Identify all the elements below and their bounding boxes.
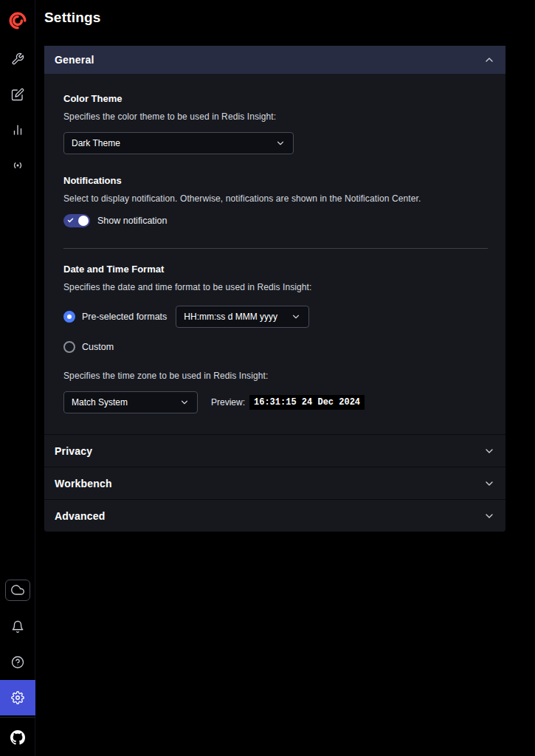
cloud-button[interactable] (0, 571, 35, 609)
custom-radio[interactable] (63, 341, 75, 353)
chevron-down-icon (483, 445, 495, 457)
nav-workbench-button[interactable] (0, 77, 35, 112)
nav-browser-button[interactable] (0, 41, 35, 77)
color-theme-description: Specifies the color theme to be used in … (63, 111, 488, 122)
chart-icon (11, 123, 24, 137)
gear-icon (11, 691, 24, 704)
settings-panel: General Color Theme Specifies the color … (44, 46, 505, 532)
accordion-general-header[interactable]: General (44, 46, 505, 74)
datetime-description: Specifies the date and time format to be… (63, 282, 488, 292)
accordion-workbench-label: Workbench (55, 478, 112, 489)
help-button[interactable] (0, 645, 35, 680)
app-root: Settings General Color Theme Specifies t… (0, 0, 535, 756)
section-divider (63, 248, 488, 249)
chevron-down-icon (291, 312, 301, 322)
accordion-advanced-label: Advanced (55, 510, 106, 522)
timezone-row: Match System Preview: 16:31:15 24 Dec 20… (63, 391, 488, 413)
sidebar-divider (0, 717, 35, 718)
chevron-up-icon (483, 54, 495, 66)
cloud-icon (5, 580, 30, 601)
notifications-heading: Notifications (63, 175, 488, 186)
github-button[interactable] (0, 719, 35, 756)
broadcast-icon (11, 159, 24, 172)
accordion-privacy-label: Privacy (55, 445, 92, 457)
color-theme-select[interactable]: Dark Theme (63, 132, 294, 154)
custom-radio-label: Custom (82, 342, 114, 352)
chevron-down-icon (483, 510, 495, 522)
chevron-down-icon (483, 478, 495, 489)
notifications-description: Select to display notification. Otherwis… (63, 193, 488, 204)
help-icon (11, 656, 24, 669)
chevron-down-icon (179, 397, 190, 408)
redis-logo[interactable] (0, 0, 35, 41)
accordion-advanced-header[interactable]: Advanced (44, 499, 505, 532)
sidebar (0, 0, 35, 756)
show-notification-toggle[interactable] (63, 214, 90, 227)
color-theme-heading: Color Theme (63, 93, 488, 104)
edit-icon (11, 88, 24, 101)
color-theme-value: Dark Theme (72, 138, 120, 148)
wrench-icon (11, 52, 24, 66)
datetime-format-select[interactable]: HH:mm:ss d MMM yyyy (176, 306, 309, 328)
chevron-down-icon (275, 138, 286, 148)
redis-logo-icon (8, 11, 27, 30)
accordion-workbench-header[interactable]: Workbench (44, 467, 505, 499)
accordion-general-label: General (55, 54, 94, 66)
accordion-privacy-header[interactable]: Privacy (44, 434, 505, 467)
main-content: Settings General Color Theme Specifies t… (35, 0, 535, 756)
check-icon (67, 217, 74, 224)
preview-label: Preview: (211, 397, 245, 408)
preview-value: 16:31:15 24 Dec 2024 (249, 395, 365, 410)
toggle-knob (78, 216, 89, 226)
github-icon (10, 730, 25, 745)
show-notification-label: Show notification (97, 216, 168, 226)
timezone-description: Specifies the time zone to be used in Re… (63, 371, 488, 381)
notifications-button[interactable] (0, 609, 35, 645)
timezone-value: Match System (72, 397, 128, 408)
custom-format-row: Custom (63, 341, 488, 353)
page-title: Settings (44, 9, 505, 26)
bell-icon (11, 620, 24, 633)
preselected-format-row: Pre-selected formats HH:mm:ss d MMM yyyy (63, 306, 488, 328)
datetime-format-value: HH:mm:ss d MMM yyyy (184, 312, 277, 322)
settings-button[interactable] (0, 680, 35, 715)
nav-pubsub-button[interactable] (0, 148, 35, 183)
preselected-radio[interactable] (63, 311, 75, 323)
datetime-heading: Date and Time Format (63, 264, 488, 275)
sidebar-bottom-group (0, 571, 35, 756)
timezone-select[interactable]: Match System (63, 391, 198, 413)
general-section-body: Color Theme Specifies the color theme to… (44, 74, 505, 434)
preselected-radio-label: Pre-selected formats (82, 312, 167, 322)
show-notification-row: Show notification (63, 214, 488, 227)
nav-analytics-button[interactable] (0, 112, 35, 148)
